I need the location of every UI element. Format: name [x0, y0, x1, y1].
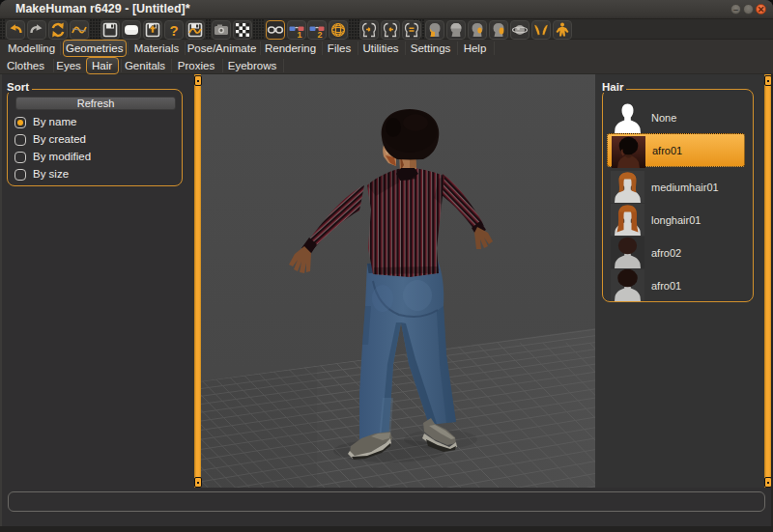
svg-text:2: 2: [317, 30, 322, 40]
svg-text:?: ?: [169, 21, 178, 38]
svg-text:1: 1: [297, 30, 301, 40]
